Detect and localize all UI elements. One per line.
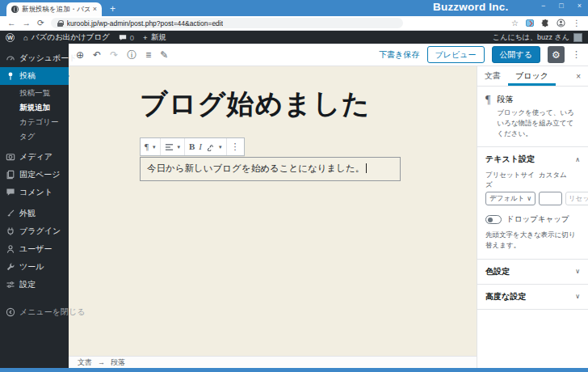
adminbar-comments-link[interactable]: 0 [119,33,134,42]
minimize-button[interactable]: − [541,1,545,11]
adminbar-account[interactable]: こんにちは、buzz さん [493,32,582,43]
avatar [573,33,582,42]
preview-button[interactable]: プレビュー [427,46,485,63]
redo-button[interactable]: ↷ [110,50,118,60]
dropcap-toggle[interactable] [485,215,502,224]
color-settings-panel[interactable]: 色設定 ∨ [477,260,588,285]
save-draft-button[interactable]: 下書き保存 [379,49,419,61]
edit-tool-button[interactable]: ✎ [160,50,168,60]
tab-title: 新規投稿を追加・バズのお出かけブ [22,5,90,15]
submenu-item-all-posts[interactable]: 投稿一覧 [0,86,69,100]
browser-titlebar: 新規投稿を追加・バズのお出かけブ × + Buzzword Inc. − □ × [0,0,588,16]
custom-size-input[interactable] [539,192,562,205]
adminbar-site-link[interactable]: ⌂ バズのお出かけブログ [23,32,110,43]
user-icon [6,244,15,254]
block-card: ¶ 段落 ブロックを使って、いろいろな物語を組み立ててください。 [477,87,588,147]
sidebar-item-appearance[interactable]: 外観 [0,205,69,222]
settings-gear-button[interactable]: ⚙ [548,46,565,63]
sidebar-item-users[interactable]: ユーザー [0,240,69,258]
back-button[interactable]: ← [7,19,16,27]
chevron-down-icon: ▾ [178,144,181,150]
sidebar-item-settings[interactable]: 設定 [0,276,69,294]
preset-size-select[interactable]: デフォルト ∨ [485,192,536,205]
block-type-group[interactable]: ¶ ▾ [141,138,161,155]
window-bottom-border [0,368,588,372]
forward-button[interactable]: → [23,19,32,27]
sidebar-item-collapse-menu[interactable]: メニューを閉じる [0,303,69,321]
block-toolbar: ¶ ▾ ▾ B I ▾ [140,137,245,156]
tab-close-icon[interactable]: × [93,6,97,13]
browser-menu-icon[interactable]: ⋮ [573,19,581,27]
adminbar-new-link[interactable]: + 新規 [143,32,166,43]
content-structure-button[interactable]: ⓘ [127,50,136,60]
undo-button[interactable]: ↶ [93,50,101,60]
chevron-down-icon: ∨ [575,293,580,300]
size-controls: デフォルト ∨ リセット [477,192,588,205]
sidebar-item-tools[interactable]: ツール [0,258,69,276]
block-more-options-button[interactable]: ⋮ [231,142,240,151]
plugin-icon [6,226,15,236]
wp-sidebar: ダッシュボード 投稿 投稿一覧 新規追加 カテゴリー タグ メディア 固定ページ [0,44,69,368]
address-bar[interactable]: kuroobi.jp/wp-admin/post.php?post=44&act… [51,18,403,28]
editor-header: ⊕ ↶ ↷ ⓘ ≡ ✎ 下書き保存 プレビュー 公開する ⚙ ⋮ [69,44,588,66]
breadcrumb-block[interactable]: 段落 [111,357,125,368]
link-button[interactable] [206,142,215,151]
size-labels: プリセットサイズ カスタム [477,170,588,192]
comments-icon [6,188,15,197]
paragraph-text: 今日から新しいブログを始めることになりました。 [147,163,364,173]
sidebar-item-pages[interactable]: 固定ページ [0,166,69,184]
post-title[interactable]: ブログ始めました [140,86,371,123]
paragraph-block[interactable]: 今日から新しいブログを始めることになりました。 [140,157,401,181]
brush-icon [6,209,15,218]
sidebar-item-posts[interactable]: 投稿 [0,67,69,85]
align-left-icon [165,143,174,151]
browser-tab[interactable]: 新規投稿を追加・バズのお出かけブ × [6,2,102,16]
breadcrumb-document[interactable]: 文書 [78,357,92,368]
publish-button[interactable]: 公開する [492,46,540,63]
sidebar-item-media[interactable]: メディア [0,148,69,166]
block-inserter-button[interactable]: ⊕ [76,50,84,60]
editor-canvas[interactable]: ブログ始めました ¶ ▾ ▾ B [69,66,477,356]
editor-canvas-column: ブログ始めました ¶ ▾ ▾ B [69,66,477,368]
more-tools-button[interactable]: ⋮ [572,49,581,60]
greeting-text: こんにちは、buzz さん [493,32,569,43]
bookmark-star-icon[interactable]: ☆ [511,19,519,27]
profile-icon[interactable] [556,19,565,27]
plus-icon: + [143,33,148,42]
sidebar-item-plugins[interactable]: プラグイン [0,222,69,240]
block-name: 段落 [497,94,580,105]
maximize-button[interactable]: □ [559,1,563,11]
new-tab-button[interactable]: + [110,4,116,14]
tab-block[interactable]: ブロック [508,66,556,86]
close-button[interactable]: × [578,1,582,11]
formatting-group: B I ▾ [185,138,227,155]
text-settings-header[interactable]: テキスト設定 ∧ [477,147,588,170]
tab-document[interactable]: 文書 [477,66,508,86]
extension-puzzle-icon[interactable] [541,19,549,27]
browser-actions: ☆ ⋮ [511,19,581,27]
sidebar-item-comments[interactable]: コメント [0,184,69,201]
wordpress-logo-icon[interactable]: W [6,33,15,42]
more-formats-button[interactable]: ▾ [219,144,222,150]
editor-header-actions: 下書き保存 プレビュー 公開する ⚙ ⋮ [379,46,581,63]
inspector-tabs: 文書 ブロック × [477,66,588,87]
italic-button[interactable]: I [199,142,202,151]
advanced-settings-panel[interactable]: 高度な設定 ∨ [477,285,588,310]
lock-icon [57,20,63,27]
reload-button[interactable]: ⟳ [37,19,44,27]
paragraph-icon: ¶ [485,94,490,138]
alignment-group[interactable]: ▾ [161,138,186,155]
reset-button[interactable]: リセット [565,192,588,205]
settings-sidebar: 文書 ブロック × ¶ 段落 ブロックを使って、いろいろな物語を組み立ててくださ… [477,66,588,368]
submenu-item-categories[interactable]: カテゴリー [0,115,69,129]
bold-button[interactable]: B [189,142,195,151]
close-settings-icon[interactable]: × [569,72,588,81]
dropcap-label: ドロップキャップ [506,214,569,225]
submenu-item-tags[interactable]: タグ [0,129,69,144]
submenu-item-add-new[interactable]: 新規追加 [0,100,69,115]
block-description: ブロックを使って、いろいろな物語を組み立ててください。 [497,108,580,138]
custom-size-label: カスタム [539,171,567,190]
sidebar-item-dashboard[interactable]: ダッシュボード [0,49,69,67]
screenshot-extension-icon[interactable] [526,19,534,27]
block-navigation-button[interactable]: ≡ [145,50,151,60]
